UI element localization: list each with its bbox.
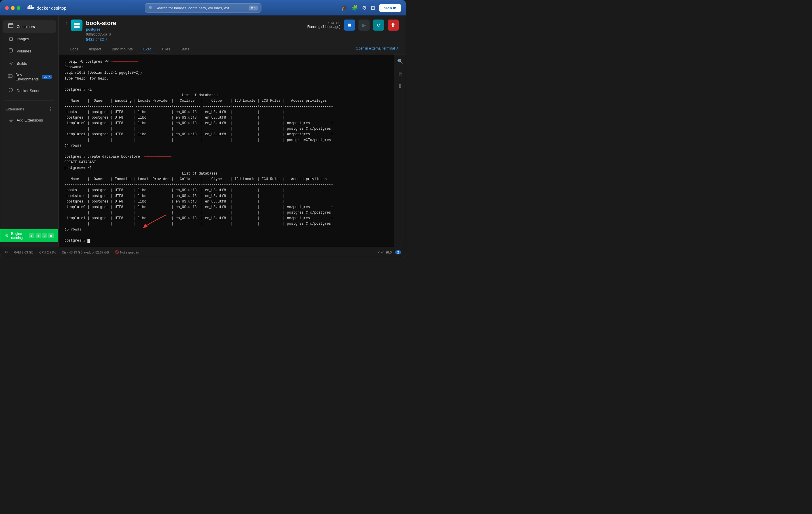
sidebar-images-label: Images	[17, 37, 29, 41]
version-label: v4.28.0	[381, 250, 392, 254]
engine-play-button[interactable]: ▶	[29, 233, 34, 238]
tab-stats[interactable]: Stats	[176, 44, 194, 54]
open-external-terminal[interactable]: Open in external terminal ↗	[356, 46, 399, 53]
engine-stop-button[interactable]: ⏹	[48, 233, 54, 238]
statusbar-signin: 🚫 Not signed in	[115, 250, 139, 254]
grid-icon[interactable]: ⊞	[371, 5, 375, 11]
container-image-link[interactable]: postgres	[86, 27, 100, 31]
svg-rect-4	[31, 5, 32, 6]
tabs-row: Logs Inspect Bind mounts Exec Files Stat…	[65, 44, 399, 54]
beta-badge: BETA	[42, 75, 52, 79]
tab-bind-mounts[interactable]: Bind mounts	[107, 44, 137, 54]
svg-rect-0	[28, 6, 29, 7]
sidebar-containers-label: Containers	[17, 25, 35, 29]
not-signed-in-icon: 🚫	[115, 250, 119, 254]
container-icon	[71, 20, 83, 31]
version-badge: ✓ v4.28.0	[377, 250, 392, 254]
delete-button[interactable]: 🗑	[388, 20, 399, 31]
containers-icon	[8, 23, 14, 30]
maximize-button[interactable]	[17, 6, 21, 10]
status-area: STATUS Running (1 hour ago) ⏹ ▶ ↺ 🗑	[308, 20, 399, 31]
start-button[interactable]: ▶	[358, 20, 370, 31]
copy-id-icon[interactable]: ⎘	[109, 32, 111, 36]
main-layout: Containers ⊡ Images Volumes	[0, 16, 406, 247]
container-header: ‹ book-store postgres 9dff9cbb85da ⎘	[59, 16, 406, 55]
not-signed-in-label: Not signed in	[120, 250, 139, 254]
disk-label: Disk 43.19 GB avail. of 62.67 GB	[62, 250, 109, 254]
svg-rect-1	[29, 6, 30, 7]
sidebar-builds-label: Builds	[17, 61, 27, 66]
settings-icon[interactable]: ⚙	[362, 5, 367, 11]
sidebar-item-containers[interactable]: Containers	[3, 21, 56, 33]
container-port[interactable]: 5432:5432 ↗	[86, 37, 308, 42]
status-label: STATUS Running (1 hour ago)	[308, 21, 341, 29]
container-info: book-store postgres 9dff9cbb85da ⎘ 5432:…	[86, 20, 308, 42]
content-area: ‹ book-store postgres 9dff9cbb85da ⎘	[59, 16, 406, 247]
container-name: book-store	[86, 20, 308, 27]
tab-exec[interactable]: Exec	[139, 44, 156, 54]
extensions-icon[interactable]: 🧩	[351, 5, 358, 11]
images-icon: ⊡	[8, 36, 14, 42]
sidebar-item-add-extensions[interactable]: ⊕ Add Extensions	[3, 115, 56, 126]
stop-button[interactable]: ⏹	[344, 20, 355, 31]
statusbar-engine: ⚙	[5, 250, 8, 254]
statusbar-right: ✓ v4.28.0 2	[377, 250, 401, 254]
sign-in-button[interactable]: Sign in	[379, 4, 401, 12]
terminal-content: # psql -U postgres -W ←———————————— Pass…	[64, 60, 333, 243]
checkmark-icon: ✓	[377, 250, 380, 254]
ram-label: RAM 2.63 GB	[14, 250, 33, 254]
extensions-header: Extensions ⋮	[0, 104, 58, 114]
tab-logs[interactable]: Logs	[65, 44, 83, 54]
svg-rect-12	[74, 24, 80, 28]
copy-tool-button[interactable]: ⎘	[397, 69, 403, 78]
arrow-annotation-2: ←————————————	[144, 154, 172, 160]
add-extensions-icon: ⊕	[8, 117, 14, 123]
add-extensions-label: Add Extensions	[17, 118, 43, 122]
back-button[interactable]: ‹	[65, 20, 67, 26]
terminal-container: # psql -U postgres -W ←———————————— Pass…	[59, 55, 406, 247]
clear-tool-button[interactable]: 🗑	[396, 82, 404, 90]
sidebar-dev-environments-label: Dev Environments	[16, 72, 38, 81]
engine-controls: ▶ ⏸ ↺ ⏹	[29, 233, 54, 238]
statusbar-ram: RAM 2.63 GB	[14, 250, 33, 254]
sidebar-divider	[5, 100, 54, 100]
terminal[interactable]: # psql -U postgres -W ←———————————— Pass…	[59, 55, 394, 247]
extensions-label: Extensions	[5, 107, 24, 111]
sidebar-volumes-label: Volumes	[17, 49, 31, 53]
sidebar-item-volumes[interactable]: Volumes	[3, 45, 56, 57]
svg-rect-13	[74, 23, 80, 25]
scroll-down-button[interactable]: ↓	[397, 236, 403, 244]
search-icon: 🔍	[149, 6, 153, 10]
close-button[interactable]	[5, 6, 9, 10]
tab-files[interactable]: Files	[157, 44, 175, 54]
engine-icon: ⚙	[5, 233, 9, 238]
sidebar-item-dev-environments[interactable]: Dev Environments BETA	[3, 70, 56, 84]
docker-scout-icon	[8, 88, 14, 94]
sidebar-item-builds[interactable]: Builds	[3, 57, 56, 69]
learn-icon[interactable]: 🎓	[341, 5, 347, 11]
docker-logo: docker desktop	[27, 5, 66, 11]
engine-pause-button[interactable]: ⏸	[35, 233, 41, 238]
titlebar: docker desktop 🔍 Search for images, cont…	[0, 0, 406, 16]
svg-point-5	[33, 8, 33, 8]
sidebar: Containers ⊡ Images Volumes	[0, 16, 59, 247]
engine-restart-button[interactable]: ↺	[42, 233, 47, 238]
search-bar[interactable]: 🔍 Search for images, containers, volumes…	[145, 3, 261, 12]
extensions-menu-icon[interactable]: ⋮	[48, 107, 53, 112]
search-tool-button[interactable]: 🔍	[396, 57, 405, 66]
terminal-sidebar-tools: 🔍 ⎘ 🗑 ↓	[394, 55, 406, 247]
sidebar-item-docker-scout[interactable]: Docker Scout	[3, 85, 56, 96]
app-name: docker desktop	[37, 5, 66, 10]
arrow-annotation-1: ←————————————	[111, 59, 138, 65]
tab-inspect[interactable]: Inspect	[84, 44, 106, 54]
restart-button[interactable]: ↺	[373, 20, 384, 31]
engine-running-label: Engine running	[11, 232, 27, 240]
container-title-row: ‹ book-store postgres 9dff9cbb85da ⎘	[65, 20, 399, 42]
minimize-button[interactable]	[11, 6, 14, 10]
port-external-icon: ↗	[105, 38, 108, 41]
status-value: Running (1 hour ago)	[308, 25, 341, 29]
sidebar-item-images[interactable]: ⊡ Images	[3, 33, 56, 44]
engine-status-icon: ⚙	[5, 250, 8, 254]
traffic-lights	[5, 6, 21, 10]
notifications-badge[interactable]: 2	[395, 250, 401, 254]
